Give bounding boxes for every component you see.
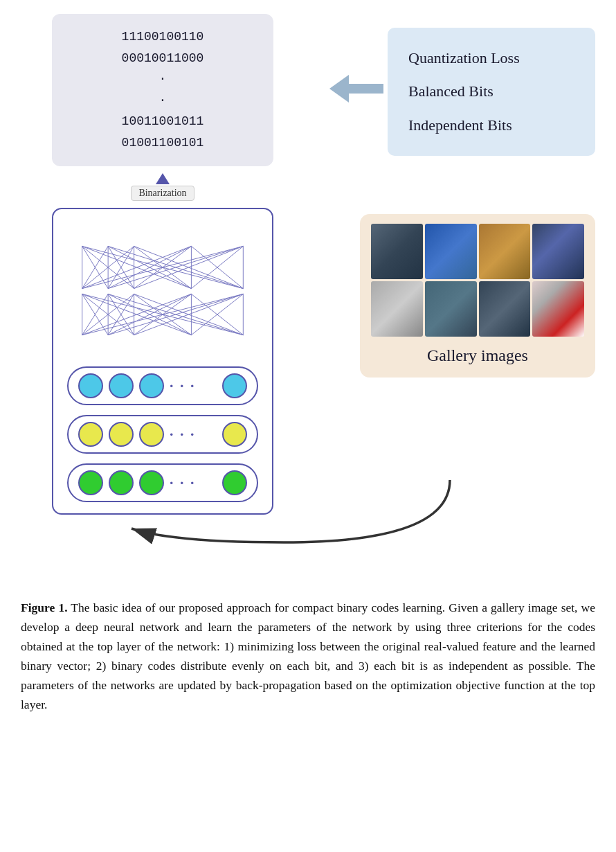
node-green-2: [109, 470, 134, 495]
nn-layer-bottom-nodes: · · ·: [78, 470, 196, 495]
dots-bottom: · · ·: [170, 474, 196, 492]
svg-line-4: [82, 294, 244, 335]
nn-layer-bottom: · · ·: [67, 463, 258, 502]
node-yellow-last: [222, 422, 247, 447]
arrow-spacer: [21, 515, 595, 570]
gallery-img-5: [371, 281, 423, 337]
svg-line-42: [134, 246, 192, 288]
gallery-img-8: [532, 281, 584, 337]
svg-line-21: [108, 294, 243, 335]
gallery-img-1: [371, 224, 423, 279]
binarization-container: Binarization: [131, 173, 194, 205]
binary-line-2: 00010011000: [71, 48, 254, 69]
svg-line-11: [108, 294, 134, 335]
gallery-grid: [371, 224, 584, 337]
svg-line-28: [82, 246, 192, 288]
svg-line-32: [108, 246, 134, 288]
binary-codes-box: 11100100110 00010011000 · · 10011001011 …: [52, 14, 273, 166]
info-item-3: Independent Bits: [408, 109, 574, 142]
dots-top: · · ·: [170, 377, 196, 395]
svg-line-5: [82, 294, 108, 335]
svg-line-27: [82, 246, 134, 288]
binary-line-1: 11100100110: [71, 26, 254, 48]
node-green-3: [139, 470, 164, 495]
binary-dot-2: ·: [71, 90, 254, 112]
svg-line-19: [191, 294, 243, 335]
svg-line-3: [82, 294, 192, 335]
caption-text: The basic idea of our proposed approach …: [21, 601, 595, 711]
neural-network: · · · · · · · ·: [52, 208, 273, 515]
binarization-label: Binarization: [131, 186, 194, 201]
binary-line-4: 01001100101: [71, 132, 254, 154]
svg-line-23: [191, 294, 243, 335]
svg-line-2: [82, 294, 134, 335]
node-blue-last: [222, 373, 247, 398]
svg-line-29: [82, 246, 244, 288]
right-section: Quantization Loss Balanced Bits Independ…: [305, 14, 595, 378]
node-green-1: [78, 470, 103, 495]
svg-line-35: [82, 246, 134, 288]
svg-line-14: [134, 294, 244, 335]
node-blue-3: [139, 373, 164, 398]
node-blue-1: [78, 373, 103, 398]
svg-line-47: [134, 246, 244, 288]
figure-label: Figure 1.: [21, 601, 68, 614]
nn-layer-top-nodes: · · ·: [78, 373, 196, 398]
nn-layer-middle: · · ·: [67, 415, 258, 454]
svg-line-16: [108, 294, 191, 335]
svg-line-22: [134, 294, 244, 335]
binary-dot-1: ·: [71, 69, 254, 90]
arrow-left-shaft: [349, 84, 383, 94]
nn-layer-middle-nodes: · · ·: [78, 422, 196, 447]
svg-line-48: [191, 246, 243, 288]
gallery-box: Gallery images: [360, 214, 595, 378]
gallery-img-2: [425, 224, 477, 279]
svg-line-36: [108, 246, 134, 288]
svg-line-7: [108, 294, 134, 335]
info-item-1: Quantization Loss: [408, 42, 574, 75]
node-yellow-1: [78, 422, 103, 447]
svg-line-40: [82, 246, 192, 288]
node-blue-2: [109, 373, 134, 398]
node-yellow-2: [109, 422, 134, 447]
arrow-left-head-icon: [329, 75, 349, 103]
node-yellow-3: [139, 422, 164, 447]
svg-line-34: [108, 246, 243, 288]
gallery-img-3: [479, 224, 531, 279]
node-green-last: [222, 470, 247, 495]
svg-line-17: [134, 294, 192, 335]
connection-lines-svg: [67, 220, 258, 357]
svg-line-44: [191, 246, 243, 288]
svg-line-30: [82, 246, 108, 288]
nn-layer-top: · · ·: [67, 366, 258, 405]
svg-line-38: [134, 246, 192, 288]
arrow-left-container: [329, 75, 383, 103]
svg-line-15: [82, 294, 192, 335]
gallery-img-7: [479, 281, 531, 337]
binary-line-3: 10011001011: [71, 111, 254, 132]
info-item-2: Balanced Bits: [408, 75, 574, 108]
svg-line-26: [82, 246, 108, 288]
svg-line-20: [82, 294, 244, 335]
arrow-up-icon: [156, 173, 170, 184]
svg-line-39: [134, 246, 244, 288]
figure-caption: Figure 1. The basic idea of our proposed…: [21, 591, 595, 714]
gallery-label: Gallery images: [427, 346, 528, 365]
info-box: Quantization Loss Balanced Bits Independ…: [388, 28, 595, 156]
svg-line-8: [108, 294, 191, 335]
left-section: 11100100110 00010011000 · · 10011001011 …: [21, 14, 305, 515]
svg-line-45: [82, 246, 244, 288]
svg-line-41: [108, 246, 191, 288]
main-diagram: 11100100110 00010011000 · · 10011001011 …: [21, 14, 595, 515]
dots-middle: · · ·: [170, 425, 196, 443]
svg-line-33: [108, 246, 191, 288]
svg-line-9: [108, 294, 243, 335]
svg-line-1: [82, 294, 108, 335]
gallery-img-6: [425, 281, 477, 337]
svg-line-10: [82, 294, 134, 335]
svg-line-13: [134, 294, 192, 335]
gallery-img-4: [532, 224, 584, 279]
svg-line-46: [108, 246, 243, 288]
